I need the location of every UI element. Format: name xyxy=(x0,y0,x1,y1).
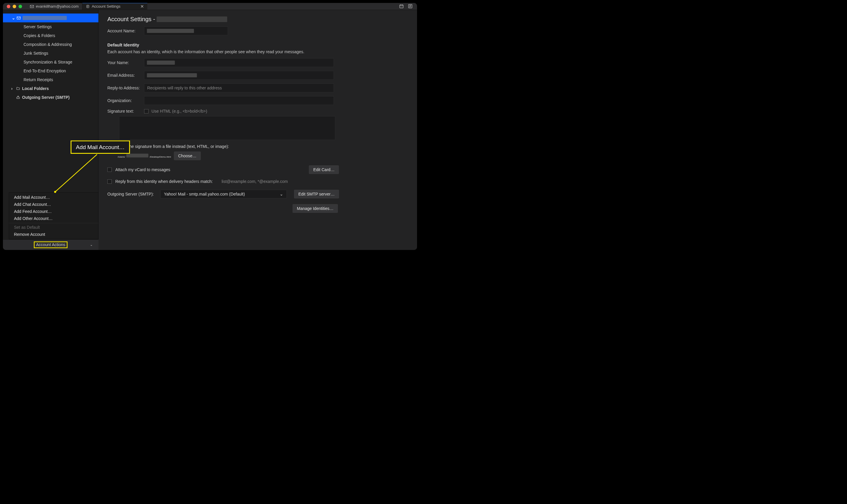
chevron-down-icon: ⌄ xyxy=(280,192,283,197)
row-reply-identity: Reply from this identity when delivery h… xyxy=(107,179,408,184)
redacted-value xyxy=(147,60,175,65)
tasks-icon[interactable] xyxy=(408,4,413,9)
edit-card-button[interactable]: Edit Card… xyxy=(309,165,339,174)
your-name-input[interactable] xyxy=(144,58,334,67)
menu-remove-account[interactable]: Remove Account xyxy=(9,231,98,238)
callout-endpoint-icon xyxy=(54,191,56,193)
close-tab-icon[interactable]: ✕ xyxy=(140,4,144,9)
page-title: Account Settings - xyxy=(107,16,408,23)
label: Outgoing Server (SMTP): xyxy=(107,192,157,196)
smtp-select[interactable]: Yahoo! Mail - smtp.mail.yahoo.com (Defau… xyxy=(160,190,287,198)
callout-arrow xyxy=(3,3,106,209)
menu-add-other-account[interactable]: Add Other Account… xyxy=(9,215,98,222)
menu-add-feed-account[interactable]: Add Feed Account… xyxy=(9,208,98,215)
account-actions-button[interactable]: Account Actions ⌄ xyxy=(3,239,98,250)
reply-identity-input[interactable]: list@example.com, *@example.com xyxy=(218,179,330,184)
choose-button[interactable]: Choose… xyxy=(174,152,201,160)
reply-to-input[interactable]: Recipients will reply to this other addr… xyxy=(144,84,334,92)
signature-textarea[interactable] xyxy=(119,116,335,140)
placeholder: Recipients will reply to this other addr… xyxy=(147,86,222,90)
callout-add-mail-account: Add Mail Account… xyxy=(71,141,130,154)
redacted-user xyxy=(126,154,148,158)
signature-path-input[interactable]: /Users/ /Desktop/Demo.html xyxy=(118,154,171,158)
calendar-icon[interactable] xyxy=(399,4,404,9)
field-email: Email Address: xyxy=(107,71,408,80)
redacted-value xyxy=(147,29,194,33)
edit-smtp-button[interactable]: Edit SMTP server… xyxy=(294,190,339,198)
manage-identities-button[interactable]: Manage Identities… xyxy=(293,204,338,213)
row-smtp: Outgoing Server (SMTP): Yahoo! Mail - sm… xyxy=(107,190,408,198)
label: Email Address: xyxy=(107,73,144,78)
label: Attach the signature from a file instead… xyxy=(115,144,229,149)
label: Organization: xyxy=(107,98,144,103)
chevron-down-icon: ⌄ xyxy=(90,243,93,247)
attach-vcard-checkbox[interactable] xyxy=(107,168,112,172)
label: Reply-to Address: xyxy=(107,86,144,90)
content-panel: Account Settings - Account Name: Default… xyxy=(98,10,417,250)
account-name-input[interactable] xyxy=(144,27,228,35)
redacted-title xyxy=(157,16,227,22)
field-your-name: Your Name: xyxy=(107,58,408,67)
placeholder: list@example.com, *@example.com xyxy=(221,179,288,184)
highlight-box: Account Actions xyxy=(34,241,68,248)
identity-heading: Default Identity xyxy=(107,43,408,48)
row-attach-signature: Attach the signature from a file instead… xyxy=(107,144,408,149)
redacted-value xyxy=(147,73,197,77)
svg-line-15 xyxy=(55,155,97,192)
row-attach-vcard: Attach my vCard to messages Edit Card… xyxy=(107,165,408,174)
field-account-name: Account Name: xyxy=(107,27,408,35)
label: Account Name: xyxy=(107,29,144,33)
selected-value: Yahoo! Mail - smtp.mail.yahoo.com (Defau… xyxy=(164,192,245,196)
label: Signature text: xyxy=(107,109,144,114)
field-signature-text: Signature text: Use HTML (e.g., <b>bold<… xyxy=(107,109,408,114)
label: Your Name: xyxy=(107,60,144,65)
reply-identity-checkbox[interactable] xyxy=(107,179,112,184)
label: Reply from this identity when delivery h… xyxy=(115,179,213,184)
menu-set-default: Set as Default xyxy=(9,224,98,231)
identity-desc: Each account has an identity, which is t… xyxy=(107,50,408,54)
use-html-label: Use HTML (e.g., <b>bold</b>) xyxy=(151,109,207,114)
use-html-checkbox[interactable] xyxy=(144,109,148,113)
svg-rect-5 xyxy=(400,5,403,8)
field-organization: Organization: xyxy=(107,96,408,105)
field-reply-to: Reply-to Address: Recipients will reply … xyxy=(107,84,408,92)
menu-separator xyxy=(9,223,98,223)
email-input[interactable] xyxy=(144,71,334,80)
organization-input[interactable] xyxy=(144,96,334,105)
label: Attach my vCard to messages xyxy=(115,167,170,172)
